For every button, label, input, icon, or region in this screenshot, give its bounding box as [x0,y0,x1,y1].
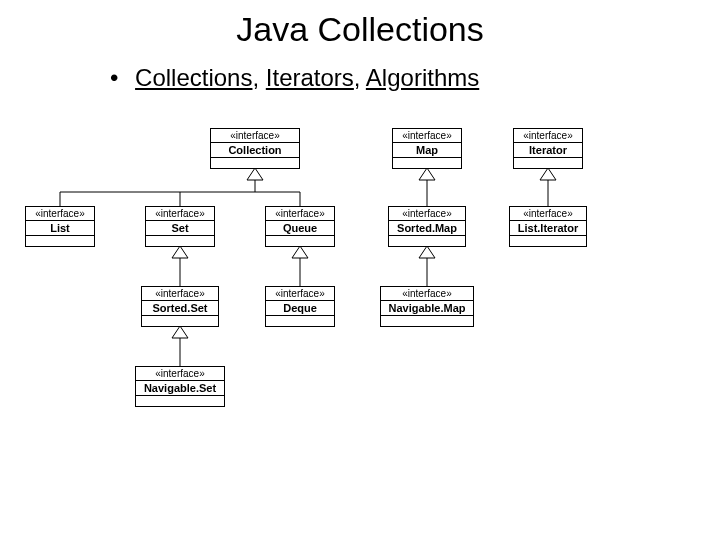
svg-marker-0 [247,168,263,180]
uml-diagram: «interface» Collection «interface» Map «… [0,118,720,518]
classname: List [26,221,94,236]
stereotype-label: «interface» [211,129,299,143]
classname: Map [393,143,461,158]
stereotype-label: «interface» [26,207,94,221]
sep: , [354,64,366,91]
stereotype-label: «interface» [266,287,334,301]
stereotype-label: «interface» [142,287,218,301]
compartment [510,236,586,246]
classname: List.Iterator [510,221,586,236]
svg-marker-12 [292,246,308,258]
bullet-dot: • [110,64,118,91]
stereotype-label: «interface» [136,367,224,381]
sep: , [252,64,265,91]
svg-marker-8 [540,168,556,180]
classname: Set [146,221,214,236]
box-set: «interface» Set [145,206,215,247]
svg-marker-6 [419,168,435,180]
bullet-line: • Collections, Iterators, Algorithms [110,64,479,92]
link-algorithms[interactable]: Algorithms [366,64,479,91]
page-title: Java Collections [0,10,720,49]
box-queue: «interface» Queue [265,206,335,247]
stereotype-label: «interface» [389,207,465,221]
compartment [381,316,473,326]
stereotype-label: «interface» [393,129,461,143]
classname: Sorted.Set [142,301,218,316]
svg-marker-10 [172,246,188,258]
classname: Deque [266,301,334,316]
classname: Iterator [514,143,582,158]
svg-marker-14 [419,246,435,258]
box-sortedmap: «interface» Sorted.Map [388,206,466,247]
compartment [136,396,224,406]
box-collection: «interface» Collection [210,128,300,169]
classname: Queue [266,221,334,236]
stereotype-label: «interface» [510,207,586,221]
svg-marker-16 [172,326,188,338]
compartment [514,158,582,168]
compartment [266,316,334,326]
box-navigablemap: «interface» Navigable.Map [380,286,474,327]
compartment [389,236,465,246]
link-collections[interactable]: Collections [135,64,252,91]
compartment [26,236,94,246]
classname: Sorted.Map [389,221,465,236]
compartment [211,158,299,168]
stereotype-label: «interface» [266,207,334,221]
box-listiterator: «interface» List.Iterator [509,206,587,247]
link-iterators[interactable]: Iterators [266,64,354,91]
connectors [0,118,720,518]
box-navigableset: «interface» Navigable.Set [135,366,225,407]
classname: Navigable.Set [136,381,224,396]
classname: Collection [211,143,299,158]
compartment [146,236,214,246]
compartment [393,158,461,168]
box-sortedset: «interface» Sorted.Set [141,286,219,327]
box-deque: «interface» Deque [265,286,335,327]
classname: Navigable.Map [381,301,473,316]
box-map: «interface» Map [392,128,462,169]
compartment [142,316,218,326]
box-iterator: «interface» Iterator [513,128,583,169]
compartment [266,236,334,246]
box-list: «interface» List [25,206,95,247]
stereotype-label: «interface» [146,207,214,221]
stereotype-label: «interface» [381,287,473,301]
stereotype-label: «interface» [514,129,582,143]
